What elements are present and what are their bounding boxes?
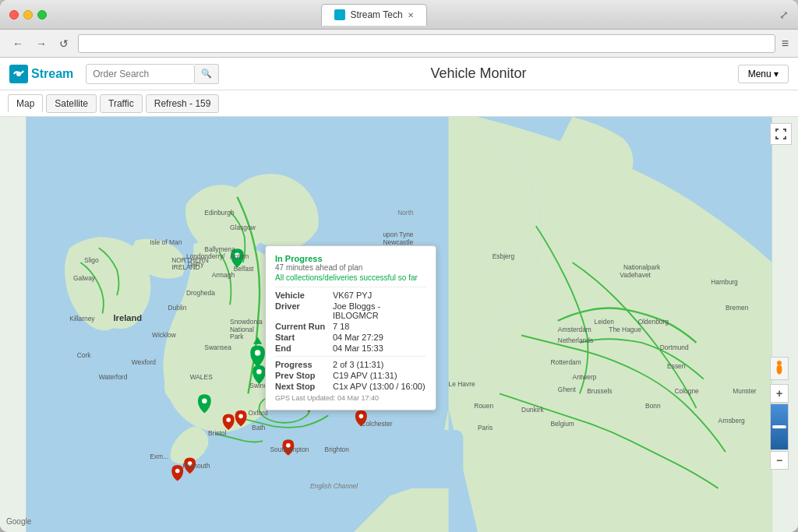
new-tab-space <box>427 4 521 26</box>
fullscreen-button[interactable] <box>770 123 792 145</box>
svg-text:Rouen: Rouen <box>474 402 493 410</box>
svg-text:Bonn: Bonn <box>645 402 661 410</box>
svg-text:Glasgow: Glasgow <box>230 224 256 231</box>
svg-text:Belgium: Belgium <box>550 420 574 428</box>
page-title: Vehicle Monitor <box>219 65 737 82</box>
order-search-input[interactable] <box>86 64 195 84</box>
maximize-button[interactable] <box>37 10 47 19</box>
svg-text:Isle of Man: Isle of Man <box>150 238 182 246</box>
window-controls <box>9 10 47 19</box>
svg-text:Belfast: Belfast <box>234 265 254 273</box>
browser-menu-icon[interactable]: ≡ <box>782 37 789 51</box>
reload-button[interactable]: ↺ <box>56 36 72 51</box>
map-container[interactable]: United Kingdom Ireland NORTHERN IRELAND … <box>0 117 798 532</box>
svg-text:Paris: Paris <box>478 424 493 432</box>
popup-driver-row: Driver Joe Bloggs - IBLOGMCR <box>275 301 426 320</box>
address-bar[interactable] <box>78 34 775 53</box>
popup-subtitle: 47 minutes ahead of plan <box>275 263 426 272</box>
search-group: 🔍 <box>86 64 219 84</box>
popup-gps: GPS Last Updated: 04 Mar 17:40 <box>275 394 426 402</box>
search-button[interactable]: 🔍 <box>195 64 219 84</box>
app-bar: Stream 🔍 Vehicle Monitor Menu ▾ <box>0 58 798 90</box>
expand-icon[interactable]: ⤢ <box>779 9 789 21</box>
popup-status: In Progress <box>275 254 426 263</box>
popup-prev-stop-row: Prev Stop C19 APV (11:31) <box>275 371 426 380</box>
browser-tab[interactable]: Stream Tech ✕ <box>321 4 426 26</box>
svg-text:Munster: Munster <box>733 387 757 395</box>
google-watermark: Google <box>6 517 31 526</box>
brand-icon <box>9 65 28 83</box>
svg-text:Dunkirk: Dunkirk <box>521 406 544 414</box>
svg-text:upon Tyne: upon Tyne <box>383 231 413 238</box>
popup-progress-row: Progress 2 of 3 (11:31) <box>275 360 426 369</box>
svg-point-9 <box>359 414 364 419</box>
map-background: United Kingdom Ireland NORTHERN IRELAND … <box>0 117 798 532</box>
tab-close-icon[interactable]: ✕ <box>408 11 414 19</box>
minimize-button[interactable] <box>23 10 33 19</box>
zoom-in-button[interactable]: + <box>770 384 789 403</box>
svg-text:Essen: Essen <box>667 362 686 370</box>
svg-text:Amsterdam: Amsterdam <box>558 326 591 333</box>
svg-text:Southampton: Southampton <box>270 446 309 453</box>
svg-text:Ireland: Ireland <box>113 313 142 322</box>
brand-name: Stream <box>31 67 73 81</box>
svg-text:WALES: WALES <box>190 373 214 381</box>
svg-text:Swansea: Swansea <box>204 344 231 351</box>
tab-favicon <box>334 9 345 20</box>
tab-satellite[interactable]: Satellite <box>46 94 97 113</box>
popup-vehicle-label: Vehicle <box>275 291 330 300</box>
close-button[interactable] <box>9 10 19 19</box>
tab-traffic[interactable]: Traffic <box>100 94 143 113</box>
svg-text:Netherlands: Netherlands <box>558 336 593 344</box>
svg-point-13 <box>226 417 231 422</box>
svg-text:Ghent: Ghent <box>558 386 577 393</box>
svg-text:Dortmund: Dortmund <box>660 344 689 351</box>
svg-text:Park: Park <box>230 333 244 340</box>
svg-text:Bath: Bath <box>252 424 266 432</box>
svg-text:Derry: Derry <box>188 260 204 268</box>
popup-run-value: 7 18 <box>333 322 349 331</box>
popup-next-stop-label: Next Stop <box>275 382 330 391</box>
popup-end-row: End 04 Mar 15:33 <box>275 344 426 353</box>
tab-bar: Stream Tech ✕ <box>62 4 779 26</box>
svg-point-14 <box>238 414 243 419</box>
tab-map[interactable]: Map <box>8 94 43 113</box>
popup-prev-stop-value: C19 APV (11:31) <box>333 371 397 380</box>
svg-text:Arnsberg: Arnsberg <box>719 417 745 425</box>
svg-rect-2 <box>245 430 464 488</box>
svg-text:Le Havre: Le Havre <box>449 380 475 388</box>
back-button[interactable]: ← <box>9 36 26 51</box>
svg-point-17 <box>255 350 260 355</box>
svg-text:Plymouth: Plymouth <box>182 462 210 470</box>
svg-text:Bristol: Bristol <box>208 429 226 437</box>
refresh-button[interactable]: Refresh - 159 <box>146 94 220 113</box>
svg-text:The Hague: The Hague <box>609 326 641 333</box>
svg-text:Colchester: Colchester <box>361 420 392 428</box>
popup-next-stop-value: C1x APV (13:00 / 16:00) <box>333 382 425 391</box>
svg-text:Leiden: Leiden <box>595 319 615 326</box>
svg-point-16 <box>202 398 207 403</box>
forward-button[interactable]: → <box>33 36 50 51</box>
svg-point-15 <box>256 369 262 375</box>
svg-text:Cork: Cork <box>77 351 92 359</box>
svg-text:Galway: Galway <box>73 274 96 282</box>
popup-vehicle-value: VK67 PYJ <box>333 291 372 300</box>
zoom-out-button[interactable]: − <box>770 451 789 470</box>
popup-run-row: Current Run 7 18 <box>275 322 426 331</box>
svg-text:Exm...: Exm... <box>150 453 168 460</box>
svg-text:English Channel: English Channel <box>310 482 358 490</box>
svg-text:Wexford: Wexford <box>132 358 156 366</box>
map-toolbar: Map Satellite Traffic Refresh - 159 <box>0 90 798 117</box>
svg-text:North: North <box>397 209 414 217</box>
svg-text:Bremen: Bremen <box>726 304 749 312</box>
svg-text:Waterford: Waterford <box>99 373 128 381</box>
map-popup: In Progress 47 minutes ahead of plan All… <box>265 245 436 410</box>
menu-button[interactable]: Menu ▾ <box>738 65 789 83</box>
svg-text:Sligo: Sligo <box>84 256 99 264</box>
zoom-slider[interactable] <box>770 403 789 450</box>
street-view-button[interactable] <box>770 357 789 380</box>
svg-text:Brighton: Brighton <box>325 446 350 453</box>
svg-text:Drogheda: Drogheda <box>186 289 215 297</box>
svg-text:Rotterdam: Rotterdam <box>550 358 581 366</box>
svg-text:Antrim: Antrim <box>230 252 249 260</box>
